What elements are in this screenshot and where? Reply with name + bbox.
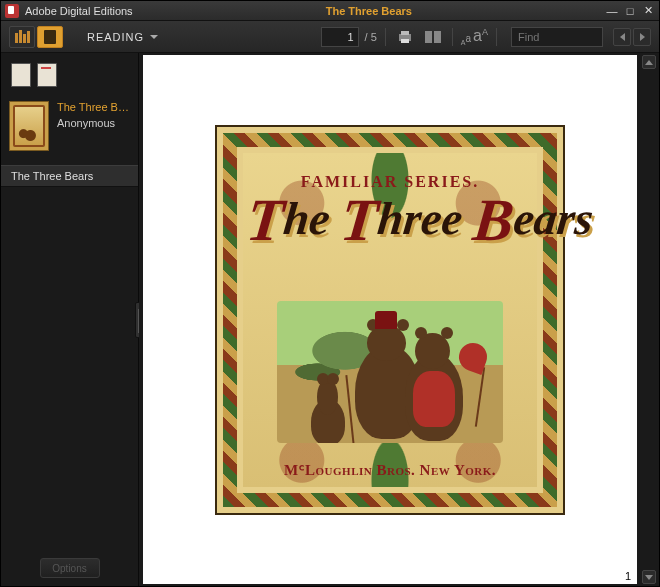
find-next-button[interactable]	[633, 28, 651, 46]
cover-title: The Three Bears	[247, 193, 533, 247]
page-canvas[interactable]: FAMILIAR SERIES. The Three Bears MᶜLough…	[143, 55, 637, 584]
book-title: The Three B…	[57, 101, 129, 113]
triangle-up-icon	[645, 60, 653, 65]
page-number-label: 1	[625, 570, 631, 582]
shelf-icon	[15, 30, 30, 43]
book-author: Anonymous	[57, 117, 129, 129]
sidebar-tabs	[1, 53, 138, 93]
sidebar-tab-bookmarks[interactable]	[37, 63, 57, 87]
svg-rect-1	[401, 31, 409, 35]
toc-item-label: The Three Bears	[11, 170, 93, 182]
toolbar: READING / 5 Aa aA	[1, 21, 659, 53]
triangle-left-icon	[620, 33, 625, 41]
sidebar-tab-contents[interactable]	[11, 63, 31, 87]
text-size-small-icon: Aa	[461, 33, 471, 46]
find-input[interactable]	[511, 27, 603, 47]
cover-illustration	[277, 301, 503, 443]
toc-item[interactable]: The Three Bears	[1, 165, 138, 187]
library-view-button[interactable]	[9, 26, 35, 48]
book-icon	[44, 30, 56, 44]
options-label: Options	[52, 563, 86, 574]
reading-view-button[interactable]	[37, 26, 63, 48]
two-page-icon	[424, 30, 442, 44]
document-title: The Three Bears	[133, 5, 605, 17]
find-prev-button[interactable]	[613, 28, 631, 46]
main: The Three B… Anonymous The Three Bears O…	[1, 53, 659, 586]
titlebar: Adobe Digital Editions The Three Bears —…	[1, 1, 659, 21]
book-thumbnail	[9, 101, 49, 151]
triangle-right-icon	[640, 33, 645, 41]
svg-rect-2	[401, 39, 409, 43]
reading-menu-label: READING	[87, 31, 144, 43]
sidebar: The Three B… Anonymous The Three Bears O…	[1, 53, 139, 586]
cover-publisher: MᶜLoughlin Bros. New York.	[217, 461, 563, 479]
view-toggle	[9, 26, 63, 48]
page-number-input[interactable]	[321, 27, 359, 47]
text-size-control[interactable]: Aa aA	[461, 27, 488, 45]
book-entry[interactable]: The Three B… Anonymous	[1, 93, 138, 159]
scroll-up-button[interactable]	[642, 55, 656, 69]
app-icon	[5, 4, 19, 18]
options-button: Options	[40, 558, 100, 578]
printer-icon	[397, 30, 413, 44]
text-size-large-icon: aA	[473, 27, 488, 45]
scroll-down-button[interactable]	[642, 570, 656, 584]
maximize-button[interactable]: □	[623, 4, 637, 18]
triangle-down-icon	[645, 575, 653, 580]
minimize-button[interactable]: —	[605, 4, 619, 18]
svg-rect-4	[434, 31, 441, 43]
two-page-view-button[interactable]	[422, 27, 444, 47]
close-button[interactable]: ✕	[641, 4, 655, 18]
reading-menu[interactable]: READING	[79, 26, 166, 48]
chevron-down-icon	[150, 35, 158, 39]
vertical-scrollbar[interactable]	[641, 55, 657, 584]
content-area: FAMILIAR SERIES. The Three Bears MᶜLough…	[139, 53, 659, 586]
print-button[interactable]	[394, 27, 416, 47]
book-cover-image: FAMILIAR SERIES. The Three Bears MᶜLough…	[215, 125, 565, 515]
page-total-label: / 5	[365, 31, 377, 43]
svg-rect-3	[425, 31, 432, 43]
find-nav	[613, 28, 651, 46]
app-name: Adobe Digital Editions	[25, 5, 133, 17]
window-controls: — □ ✕	[605, 4, 655, 18]
